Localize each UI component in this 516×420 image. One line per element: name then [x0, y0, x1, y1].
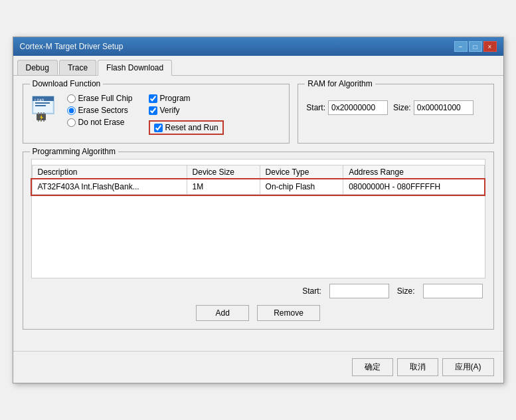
radio-group: Erase Full Chip Erase Sectors Do not Era…: [67, 94, 133, 127]
prog-size-input[interactable]: [423, 284, 483, 298]
prog-start-input[interactable]: [329, 284, 389, 298]
svg-rect-3: [35, 102, 50, 104]
prog-algo-label: Programming Algorithm: [30, 147, 118, 156]
ram-size-label: Size:: [393, 103, 411, 112]
tab-debug[interactable]: Debug: [17, 60, 58, 75]
bottom-fields: Start: Size:: [31, 284, 485, 298]
checkbox-program-label: Program: [160, 94, 191, 103]
checkbox-verify[interactable]: Verify: [149, 106, 224, 115]
ram-start-input[interactable]: [328, 100, 388, 115]
prog-table: Description Device Size Device Type Addr…: [32, 165, 485, 195]
radio-erase-full-input[interactable]: [67, 94, 76, 103]
ram-group-label: RAM for Algorithm: [305, 79, 375, 88]
radio-do-not-erase-input[interactable]: [67, 118, 76, 127]
maximize-button[interactable]: □: [469, 41, 482, 52]
col-device-size: Device Size: [187, 165, 260, 179]
ram-size-field: Size:: [393, 100, 473, 115]
minimize-button[interactable]: −: [454, 41, 468, 52]
svg-rect-10: [43, 112, 44, 114]
radio-erase-sectors-label: Erase Sectors: [78, 106, 128, 115]
tab-trace[interactable]: Trace: [59, 60, 96, 75]
ram-size-input[interactable]: [414, 100, 473, 115]
download-function-content: LOAD: [31, 94, 282, 135]
ram-start-label: Start:: [306, 103, 325, 112]
checkbox-reset-run[interactable]: Reset and Run: [154, 123, 218, 132]
prog-table-container: Description Device Size Device Type Addr…: [31, 159, 485, 278]
cell-device-type: On-chip Flash: [260, 179, 343, 195]
close-button[interactable]: ×: [483, 41, 497, 52]
checkbox-verify-input[interactable]: [149, 106, 157, 115]
svg-rect-12: [41, 120, 42, 122]
checkbox-group: Program Verify: [149, 94, 224, 115]
svg-rect-8: [38, 112, 39, 114]
cancel-button[interactable]: 取消: [397, 358, 438, 376]
radio-erase-full-chip[interactable]: Erase Full Chip: [67, 94, 133, 103]
add-button[interactable]: Add: [196, 305, 249, 321]
title-bar: Cortex-M Target Driver Setup − □ ×: [13, 37, 503, 56]
reset-run-box: Reset and Run: [149, 120, 224, 135]
main-content: Download Function: [13, 76, 503, 346]
remove-button[interactable]: Remove: [257, 305, 320, 321]
svg-rect-11: [38, 120, 39, 122]
download-function-label: Download Function: [30, 79, 104, 88]
tab-flash-download[interactable]: Flash Download: [98, 60, 172, 76]
top-section: Download Function: [23, 84, 494, 152]
cell-device-size: 1M: [187, 179, 260, 195]
col-description: Description: [32, 165, 187, 179]
radio-erase-full-label: Erase Full Chip: [78, 94, 133, 103]
checkbox-reset-run-label: Reset and Run: [165, 123, 218, 132]
apply-button[interactable]: 应用(A): [442, 358, 494, 376]
bottom-buttons: Add Remove: [31, 305, 485, 321]
dialog-footer: 确定 取消 应用(A): [13, 351, 503, 383]
checkbox-reset-run-input[interactable]: [154, 124, 163, 132]
col-device-type: Device Type: [260, 165, 343, 179]
download-function-group: Download Function: [23, 84, 290, 144]
main-window: Cortex-M Target Driver Setup − □ × Debug…: [13, 37, 504, 383]
prog-start-label: Start:: [302, 286, 321, 296]
table-row[interactable]: AT32F403A Int.Flash(Bank... 1M On-chip F…: [32, 179, 484, 195]
ram-for-algorithm-group: RAM for Algorithm Start: Size:: [298, 84, 493, 144]
cell-address-range: 08000000H - 080FFFFFH: [343, 179, 484, 195]
checkbox-program[interactable]: Program: [149, 94, 224, 103]
load-icon: LOAD: [31, 94, 59, 122]
radio-erase-sectors[interactable]: Erase Sectors: [67, 106, 133, 115]
ram-content: Start: Size:: [306, 100, 485, 115]
ok-button[interactable]: 确定: [352, 358, 393, 376]
title-bar-left: Cortex-M Target Driver Setup: [20, 42, 124, 51]
checkbox-verify-label: Verify: [160, 106, 180, 115]
cell-description: AT32F403A Int.Flash(Bank...: [32, 179, 187, 195]
radio-do-not-erase-label: Do not Erase: [78, 118, 125, 127]
title-bar-controls: − □ ×: [454, 41, 497, 52]
programming-algorithm-group: Programming Algorithm Description Device…: [23, 152, 494, 330]
radio-erase-sectors-input[interactable]: [67, 106, 76, 115]
prog-size-label: Size:: [397, 286, 415, 296]
checkbox-program-input[interactable]: [149, 94, 157, 103]
svg-rect-4: [35, 105, 46, 106]
col-address-range: Address Range: [343, 165, 484, 179]
svg-text:LOAD: LOAD: [35, 98, 44, 102]
window-title: Cortex-M Target Driver Setup: [20, 42, 124, 51]
tab-bar: Debug Trace Flash Download: [13, 56, 503, 76]
radio-do-not-erase[interactable]: Do not Erase: [67, 118, 133, 127]
svg-rect-9: [41, 112, 42, 114]
svg-rect-13: [43, 120, 44, 122]
ram-start-field: Start:: [306, 100, 388, 115]
